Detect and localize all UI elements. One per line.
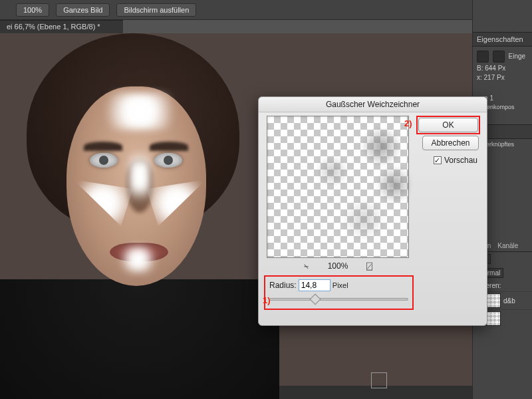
eye-right (154, 153, 182, 168)
tab-kanale[interactable]: Kanäle (494, 240, 521, 251)
zoom-in-icon[interactable]: ⍁ (366, 261, 372, 271)
document-tab[interactable]: ei 66,7% (Ebene 1, RGB/8) * (0, 20, 123, 33)
zoom-pct: 100% (328, 261, 348, 271)
highlight-chin (120, 246, 156, 273)
gaussian-blur-dialog: Gaußscher Weichzeichner ⍀ 100% ⍁ Radius:… (258, 96, 487, 326)
eyebrow-left (84, 142, 122, 151)
zoom-row: ⍀ 100% ⍁ (267, 261, 409, 272)
highlight-forehead (100, 93, 180, 130)
live-shape-icon[interactable] (477, 51, 489, 63)
radius-input[interactable] (299, 279, 331, 291)
properties-header[interactable]: Eigenschaften (473, 32, 532, 47)
mask-icon[interactable] (493, 51, 505, 63)
radius-label: Radius: (269, 281, 297, 290)
slider-thumb-icon[interactable] (310, 294, 321, 305)
radius-group: Radius: Pixel 1) (264, 275, 414, 310)
preview-label: Vorschau (444, 156, 477, 165)
annotation-2: 2) (404, 118, 412, 128)
layer-label: d&b (503, 297, 515, 305)
highlight-nose (130, 146, 150, 206)
einge-label: Einge (509, 53, 526, 60)
preview-checkbox-row[interactable]: ✓ Vorschau (434, 156, 477, 165)
x-label: x: (477, 74, 482, 81)
dialog-title: Gaußscher Weichzeichner (259, 97, 487, 112)
shirt-shape (0, 279, 279, 399)
b-value: 644 Px (485, 65, 505, 72)
b-label: B: (477, 65, 483, 72)
ok-button[interactable]: OK (418, 118, 478, 132)
fill-screen-button[interactable]: Bildschirm ausfüllen (116, 3, 196, 17)
zoom-button[interactable]: 100% (16, 3, 49, 17)
preview-panel[interactable] (267, 116, 409, 258)
ok-annotation-box: 2) OK (416, 116, 480, 134)
whole-image-button[interactable]: Ganzes Bild (56, 3, 110, 17)
cancel-button[interactable]: Abbrechen (422, 136, 479, 150)
x-value: 217 Px (484, 74, 505, 81)
eye-left (90, 153, 118, 168)
preview-checkbox[interactable]: ✓ (434, 156, 442, 164)
eyebrow-right (150, 142, 188, 151)
zoom-out-icon[interactable]: ⍀ (303, 261, 309, 271)
crop-overlay-icon (371, 372, 387, 388)
radius-slider[interactable] (269, 298, 408, 301)
layer-thumbnail (486, 311, 501, 326)
options-bar: 100% Ganzes Bild Bildschirm ausfüllen (0, 0, 532, 20)
layer-thumbnail (486, 293, 501, 308)
radius-unit: Pixel (332, 281, 348, 289)
